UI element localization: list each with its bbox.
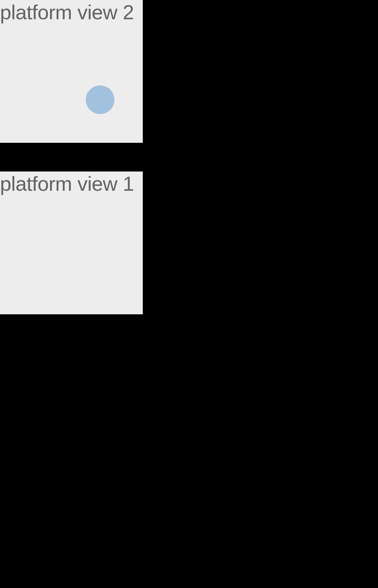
platform-view-2[interactable]: platform view 2 xyxy=(0,0,143,143)
platform-view-1-label: platform view 1 xyxy=(0,172,143,194)
platform-view-2-label: platform view 2 xyxy=(0,0,143,22)
platform-view-1[interactable]: platform view 1 xyxy=(0,172,143,314)
circle-indicator-icon xyxy=(86,85,114,114)
